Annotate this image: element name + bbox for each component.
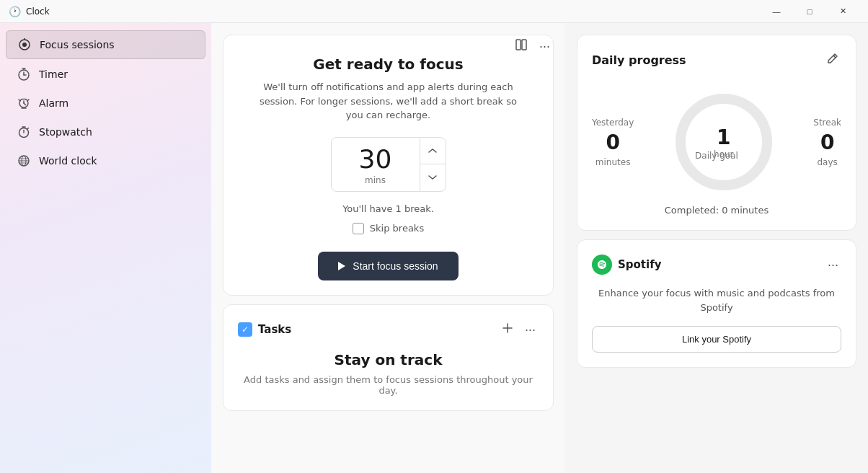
- yesterday-value: 0: [606, 131, 619, 154]
- sidebar-item-stopwatch[interactable]: Stopwatch: [6, 118, 205, 146]
- tasks-add-button[interactable]: [499, 319, 516, 340]
- spotify-card: Spotify ··· Enhance your focus with musi…: [577, 239, 856, 368]
- streak-label: Streak: [813, 118, 841, 128]
- focus-more-options-button[interactable]: ···: [536, 37, 553, 56]
- time-number: 30: [359, 146, 392, 172]
- svg-line-15: [27, 128, 29, 130]
- focus-sessions-icon: [18, 38, 31, 51]
- focus-session-card: ··· Get ready to focus We'll turn off no…: [223, 35, 554, 296]
- sidebar-item-focus-sessions-label: Focus sessions: [40, 39, 115, 50]
- sidebar-item-world-clock[interactable]: World clock: [6, 147, 205, 174]
- sidebar-item-world-clock-label: World clock: [39, 155, 97, 167]
- time-controls: [420, 138, 446, 191]
- focus-card-title: Get ready to focus: [313, 56, 463, 73]
- timer-icon: [17, 68, 30, 81]
- streak-unit: days: [817, 157, 837, 167]
- app-body: Focus sessions Timer: [0, 23, 868, 473]
- sidebar-item-stopwatch-label: Stopwatch: [39, 126, 92, 138]
- tasks-header-left: ✓ Tasks: [238, 322, 291, 337]
- title-bar-left: 🕐 Clock: [9, 6, 50, 17]
- yesterday-stat: Yesterday 0 minutes: [592, 118, 634, 167]
- sidebar-item-alarm[interactable]: Alarm: [6, 89, 205, 117]
- spotify-icon: [592, 255, 612, 275]
- completed-text: Completed: 0 minutes: [592, 205, 841, 216]
- svg-line-25: [833, 56, 836, 58]
- title-bar-controls: — □ ✕: [760, 0, 859, 23]
- yesterday-label: Yesterday: [592, 118, 634, 128]
- tasks-more-options-button[interactable]: ···: [522, 320, 539, 339]
- progress-stats: Yesterday 0 minutes 1 hour Streak: [592, 84, 841, 200]
- start-focus-session-button[interactable]: Start focus session: [318, 252, 458, 280]
- daily-progress-card: Daily progress Yesterday 0 minutes: [577, 35, 856, 231]
- tasks-check-icon: ✓: [238, 322, 252, 337]
- spotify-logo: Spotify: [592, 255, 661, 275]
- daily-progress-edit-button[interactable]: [824, 50, 841, 70]
- break-info-text: You'll have 1 break.: [342, 203, 434, 214]
- minimize-button[interactable]: —: [760, 0, 793, 23]
- alarm-icon: [17, 97, 30, 110]
- focus-card-description: We'll turn off notifications and app ale…: [252, 80, 526, 123]
- tasks-card-title: Tasks: [258, 323, 291, 336]
- streak-stat: Streak 0 days: [813, 118, 841, 167]
- time-unit-label: mins: [365, 175, 386, 185]
- close-button[interactable]: ✕: [826, 0, 859, 23]
- app-title: Clock: [26, 6, 50, 17]
- world-clock-icon: [17, 154, 30, 167]
- svg-rect-22: [522, 40, 526, 50]
- link-spotify-button[interactable]: Link your Spotify: [592, 326, 841, 353]
- title-bar: 🕐 Clock — □ ✕: [0, 0, 868, 23]
- right-panel: Daily progress Yesterday 0 minutes: [565, 23, 868, 473]
- focus-card-header: ···: [512, 35, 553, 57]
- sidebar-item-alarm-label: Alarm: [39, 97, 68, 109]
- daily-goal-value: 1: [717, 125, 730, 149]
- svg-rect-21: [516, 40, 521, 50]
- sidebar-item-timer-label: Timer: [39, 68, 68, 80]
- sidebar-item-focus-sessions[interactable]: Focus sessions: [6, 30, 205, 59]
- spotify-more-options-button[interactable]: ···: [825, 255, 841, 274]
- maximize-button[interactable]: □: [793, 0, 826, 23]
- svg-line-9: [24, 103, 26, 105]
- start-button-label: Start focus session: [353, 260, 438, 272]
- time-increment-button[interactable]: [420, 138, 446, 165]
- skip-breaks-checkbox[interactable]: [353, 223, 364, 234]
- stopwatch-icon: [17, 125, 30, 138]
- time-picker: 30 mins: [331, 137, 446, 192]
- stay-on-track-title: Stay on track: [238, 351, 539, 368]
- focus-split-view-button[interactable]: [512, 35, 531, 57]
- stay-on-track-desc: Add tasks and assign them to focus sessi…: [238, 374, 539, 396]
- spotify-description: Enhance your focus with music and podcas…: [592, 286, 841, 314]
- time-value-display: 30 mins: [332, 138, 420, 191]
- skip-breaks-label: Skip breaks: [370, 223, 424, 234]
- streak-value: 0: [820, 131, 834, 154]
- play-icon: [338, 262, 345, 270]
- tasks-header-right: ···: [499, 319, 539, 340]
- tasks-card-header: ✓ Tasks ···: [238, 319, 539, 340]
- spotify-name: Spotify: [618, 258, 661, 271]
- daily-progress-header: Daily progress: [592, 50, 841, 70]
- skip-breaks-row: Skip breaks: [353, 223, 424, 234]
- spotify-card-header: Spotify ···: [592, 255, 841, 275]
- daily-goal-unit: hour: [714, 149, 734, 159]
- daily-progress-title: Daily progress: [592, 53, 686, 67]
- donut-chart: 1 hour: [666, 84, 781, 200]
- main-content: ··· Get ready to focus We'll turn off no…: [211, 23, 565, 473]
- yesterday-unit: minutes: [595, 157, 631, 167]
- svg-point-1: [22, 43, 27, 47]
- clock-app-icon: 🕐: [9, 6, 20, 17]
- sidebar-item-timer[interactable]: Timer: [6, 61, 205, 88]
- time-decrement-button[interactable]: [420, 164, 446, 191]
- donut-center: 1 hour: [714, 125, 734, 159]
- sidebar: Focus sessions Timer: [0, 23, 211, 473]
- tasks-card: ✓ Tasks ··· Stay on track Add tasks and …: [223, 304, 554, 411]
